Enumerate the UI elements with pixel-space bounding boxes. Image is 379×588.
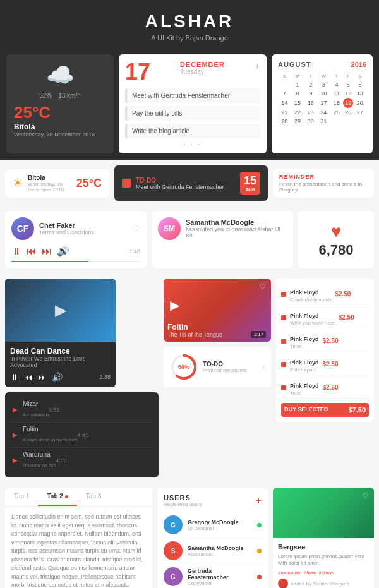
user-info-samantha: Samantha McDoogle Accountant <box>188 545 244 557</box>
pf-item-2[interactable]: Pink Floyd Wish you were here $2.50 <box>281 307 369 328</box>
cal-day[interactable]: 7 <box>278 89 291 98</box>
user-status-dot <box>257 549 262 553</box>
track-list: ▶ Mizar Armakadon 9:51 ▶ Foltin Komm doc… <box>5 392 159 477</box>
pf-info: Pink Floyd Time <box>290 332 319 349</box>
player-favorite-icon[interactable]: ♡ <box>132 224 140 234</box>
cal-day[interactable]: 22 <box>291 108 304 117</box>
weather-date: Wednesday, 30 December 2016 <box>14 131 106 138</box>
todo-item-1[interactable]: Meet with Gertruda Fenstermacher <box>125 88 260 103</box>
app-title: ALSHAR <box>6 11 373 32</box>
humidity-stat: 52% <box>39 92 52 99</box>
cal-day[interactable]: 1 <box>291 80 304 89</box>
cal-day[interactable]: 13 <box>353 89 366 98</box>
cal-day[interactable]: 26 <box>343 108 353 117</box>
user-item-samantha[interactable]: S Samantha McDoogle Accountant <box>164 538 262 564</box>
cal-day[interactable]: 14 <box>278 98 291 108</box>
cal-day[interactable]: 16 <box>304 98 317 108</box>
bergsee-tag-show[interactable]: #show <box>318 570 333 575</box>
pf-name: Pink Floyd <box>290 359 319 366</box>
pf-item-1[interactable]: Pink Floyd Comfortably numb $2.50 <box>281 284 369 305</box>
bergsee-tag-mountain[interactable]: #mountain <box>278 570 301 575</box>
tab-2[interactable]: Tab 2 <box>38 488 76 506</box>
pf-item-4[interactable]: Pink Floyd Poles apart $2.50 <box>281 354 369 375</box>
play-pause-button[interactable]: ⏸ <box>11 246 21 257</box>
invite-info: Samantha McDoogle has invited you to dow… <box>186 219 287 239</box>
cal-day[interactable]: 12 <box>343 89 353 98</box>
pf-total: $7.50 <box>348 406 366 414</box>
user-item-gertruda[interactable]: G Gertruda Fenstermacher Copywriter <box>164 564 262 588</box>
add-user-button[interactable]: + <box>256 495 262 507</box>
album-play-icon[interactable]: ▶ <box>55 301 66 319</box>
cal-day <box>343 117 353 126</box>
bergsee-favorite-icon[interactable]: ♡ <box>362 491 369 500</box>
todo-progress-arrow-icon[interactable]: › <box>262 362 265 372</box>
album-next-btn[interactable]: ⏭ <box>38 372 47 382</box>
cal-day[interactable]: 10 <box>317 89 330 98</box>
todo-month-info: DECEMBER Tuesday <box>180 61 225 75</box>
shuffle-button[interactable]: 🔊 <box>57 245 69 257</box>
cal-day-today[interactable]: 19 <box>343 98 353 108</box>
cal-day[interactable]: 28 <box>278 117 291 126</box>
player-controls: ⏸ ⏮ ⏭ 🔊 1:48 <box>11 245 140 257</box>
player-progress-fill <box>11 261 88 262</box>
cal-day[interactable]: 24 <box>317 108 330 117</box>
pf-name: Pink Floyd <box>290 313 319 319</box>
cal-day[interactable]: 3 <box>317 80 330 89</box>
cal-day[interactable]: 9 <box>304 89 317 98</box>
album-title: Dead Can Dance <box>10 347 111 356</box>
cal-day[interactable]: 23 <box>304 108 317 117</box>
cal-day[interactable]: 20 <box>353 98 366 108</box>
player-user-info: CF Chet Faker Terms and Conditions ♡ <box>11 217 140 240</box>
cal-day[interactable]: 15 <box>291 98 304 108</box>
todo-item-3[interactable]: Write the blog article <box>125 124 260 138</box>
prev-button[interactable]: ⏮ <box>27 246 37 257</box>
pf-info: Pink Floyd Comfortably numb <box>290 285 331 303</box>
cal-day[interactable]: 27 <box>353 108 366 117</box>
track-item-foltin[interactable]: ▶ Foltin Komm doch in mein bett 4:41 <box>10 423 153 448</box>
cal-day[interactable] <box>278 80 291 89</box>
user-item-gregory[interactable]: G Gregory McDoogle UI Designer <box>164 512 262 538</box>
pf-item-3[interactable]: Pink Floyd Time $2.50 <box>281 330 369 352</box>
foltin-play-icon[interactable]: ▶ <box>170 297 179 313</box>
pf-item-5[interactable]: Pink Floyd Time $2.50 <box>281 377 369 399</box>
pf-name: Pink Floyd <box>290 289 319 296</box>
track-item-wardruna[interactable]: ▶ Wardruna Rotaour ne fell 4:08 <box>10 448 153 472</box>
todo-add-button[interactable]: + <box>255 61 260 72</box>
cal-header-s: S <box>278 72 291 80</box>
buy-selected-button[interactable]: BUY SELECTED $7.50 <box>281 403 369 417</box>
adder-name: added by Sandor Clegane <box>291 581 349 587</box>
cal-day[interactable]: 29 <box>291 117 304 126</box>
cal-day[interactable]: 17 <box>317 98 330 108</box>
album-pause-btn[interactable]: ⏸ <box>10 372 19 382</box>
todo-strip-checkbox[interactable] <box>122 179 131 188</box>
bergsee-body: Bergsee Lorem ipsum proin gravida auctor… <box>273 538 374 588</box>
cal-day[interactable]: 2 <box>304 80 317 89</box>
cal-day[interactable]: 18 <box>330 98 344 108</box>
tab-active-dot <box>65 495 68 498</box>
bergsee-tag-lake[interactable]: #lake <box>304 570 316 575</box>
cal-header-s2: S <box>353 72 366 80</box>
next-button[interactable]: ⏭ <box>42 246 52 257</box>
cal-day[interactable]: 25 <box>330 108 344 117</box>
users-header: USERS Registered users + <box>164 494 262 507</box>
cal-day[interactable]: 6 <box>353 80 366 89</box>
cal-day[interactable]: 8 <box>291 89 304 98</box>
album-prev-btn[interactable]: ⏮ <box>24 372 33 382</box>
track-item-mizar[interactable]: ▶ Mizar Armakadon 9:51 <box>10 397 153 423</box>
cal-day[interactable]: 30 <box>304 117 317 126</box>
likes-heart-icon[interactable]: ♥ <box>331 222 342 242</box>
cal-day-red[interactable]: 11 <box>330 89 344 98</box>
tab-3[interactable]: Tab 3 <box>77 488 110 506</box>
foltin-heart-icon[interactable]: ♡ <box>259 282 266 291</box>
user-name: Samantha McDoogle <box>188 545 244 551</box>
pf-name: Pink Floyd <box>290 336 319 342</box>
album-volume-btn[interactable]: 🔊 <box>52 372 63 382</box>
cal-day[interactable]: 5 <box>343 80 353 89</box>
cal-day[interactable]: 21 <box>278 108 291 117</box>
pf-list: Pink Floyd Comfortably numb $2.50 Pink F… <box>276 279 374 422</box>
pf-color-dot <box>281 315 286 320</box>
todo-item-2[interactable]: Pay the utility bills <box>125 106 260 121</box>
cal-day[interactable]: 4 <box>330 80 344 89</box>
cal-day[interactable]: 31 <box>317 117 330 126</box>
tab-1[interactable]: Tab 1 <box>5 488 38 506</box>
